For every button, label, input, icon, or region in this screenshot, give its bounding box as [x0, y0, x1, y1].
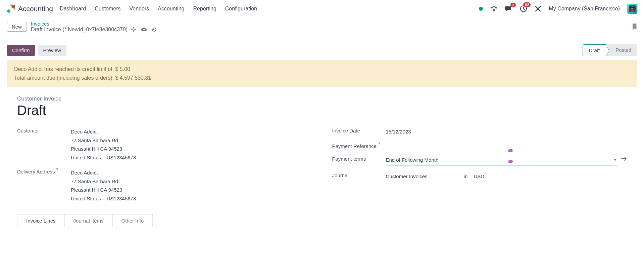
company-switcher[interactable]: My Company (San Francisco): [549, 6, 620, 12]
action-bar: Confirm Preview Draft Posted: [7, 44, 637, 56]
payment-terms-value: End of Following Month ▼: [386, 156, 617, 166]
field-customer: Customer Deco Addict 77 Santa Barbara Rd…: [17, 127, 312, 162]
nav-reporting[interactable]: Reporting: [193, 6, 216, 12]
new-button[interactable]: New: [7, 22, 27, 32]
payment-terms-text: End of Following Month: [386, 156, 610, 164]
svg-rect-10: [630, 7, 634, 8]
payment-ref-label: Payment Reference ?: [332, 143, 386, 149]
svg-point-4: [493, 10, 494, 10]
nav-dashboard[interactable]: Dashboard: [60, 6, 86, 12]
svg-point-12: [133, 29, 135, 31]
document-type: Customer Invoice: [17, 95, 627, 102]
delivery-street: 77 Santa Barbara Rd: [71, 177, 312, 186]
bookmark-icon[interactable]: [632, 23, 637, 31]
topnav-right: 2 62 My Company (San Francisco): [479, 4, 637, 14]
customer-city: Pleasant Hill CA 94523: [71, 145, 312, 153]
form-col-right: Invoice Date 15/12/2023 Payment Referenc…: [332, 127, 627, 209]
field-invoice-date: Invoice Date 15/12/2023: [332, 127, 627, 136]
customer-country: United States – US12345673: [71, 153, 312, 162]
tab-journal-items[interactable]: Journal Items: [64, 214, 113, 227]
nav-menu: Dashboard Customers Vendors Accounting R…: [60, 6, 257, 12]
delivery-label: Delivery Address ?: [17, 168, 71, 174]
tools-icon[interactable]: [535, 5, 541, 12]
content: Confirm Preview Draft Posted Deco Addict…: [0, 38, 644, 242]
help-icon[interactable]: ?: [56, 167, 58, 171]
customer-value[interactable]: Deco Addict 77 Santa Barbara Rd Pleasant…: [71, 127, 312, 162]
cursor-indicator: [508, 149, 513, 152]
payment-terms-label: Payment terms: [332, 156, 386, 162]
journal-label: Journal: [332, 172, 386, 178]
journal-currency[interactable]: USD: [474, 172, 484, 181]
app-title: Accounting: [18, 5, 53, 13]
nav-vendors[interactable]: Vendors: [130, 6, 149, 12]
gear-icon[interactable]: [131, 27, 136, 32]
svg-point-5: [494, 10, 495, 10]
help-icon[interactable]: ?: [378, 142, 380, 146]
nav-customers[interactable]: Customers: [95, 6, 120, 12]
messages-badge: 2: [510, 3, 516, 7]
invoice-date-label: Invoice Date: [332, 127, 386, 133]
delivery-country: United States – US12345673: [71, 194, 312, 203]
activities-badge: 62: [523, 2, 531, 7]
field-journal: Journal Customer Invoices in USD: [332, 172, 627, 181]
top-nav: Accounting Dashboard Customers Vendors A…: [0, 0, 644, 17]
external-link-icon[interactable]: [621, 156, 627, 161]
form-columns: Customer Deco Addict 77 Santa Barbara Rd…: [17, 127, 627, 209]
credit-limit-alert: Deco Addict has reached its credit limit…: [7, 60, 637, 87]
invoice-date-value[interactable]: 15/12/2023: [386, 127, 627, 136]
form-col-left: Customer Deco Addict 77 Santa Barbara Rd…: [17, 127, 312, 209]
breadcrumb-current-row: Draft Invoice (* NewId_0x7fe8e300c370): [31, 27, 157, 33]
user-avatar[interactable]: [627, 4, 637, 14]
status-posted[interactable]: Posted: [606, 44, 637, 56]
nav-accounting[interactable]: Accounting: [158, 6, 184, 12]
payment-terms-select[interactable]: End of Following Month ▼: [386, 156, 617, 166]
form-tabs: Invoice Lines Journal Items Other Info: [17, 214, 627, 227]
field-payment-terms: Payment terms End of Following Month ▼: [332, 156, 627, 166]
chevron-down-icon: ▼: [613, 157, 617, 163]
record-actions: [131, 27, 157, 32]
preview-button[interactable]: Preview: [38, 45, 66, 56]
svg-rect-11: [631, 10, 634, 12]
document-title: Draft: [17, 103, 627, 118]
journal-name[interactable]: Customer Invoices: [386, 172, 428, 181]
customer-label: Customer: [17, 127, 71, 133]
status-flow: Draft Posted: [583, 44, 637, 56]
tab-invoice-lines[interactable]: Invoice Lines: [17, 214, 65, 227]
breadcrumb-current: Draft Invoice (* NewId_0x7fe8e300c370): [31, 27, 128, 33]
messages-icon[interactable]: 2: [505, 5, 512, 12]
breadcrumb-parent[interactable]: Invoices: [31, 21, 157, 27]
nav-configuration[interactable]: Configuration: [225, 6, 257, 12]
breadcrumb: Invoices Draft Invoice (* NewId_0x7fe8e3…: [31, 21, 157, 33]
svg-point-6: [495, 10, 495, 10]
app-icon: [7, 4, 15, 13]
svg-point-1: [7, 9, 10, 13]
phone-icon[interactable]: [490, 5, 498, 12]
customer-name: Deco Addict: [71, 127, 312, 136]
confirm-button[interactable]: Confirm: [7, 45, 35, 56]
status-draft[interactable]: Draft: [583, 44, 606, 56]
journal-in: in: [464, 172, 468, 181]
delivery-value[interactable]: Deco Addict 77 Santa Barbara Rd Pleasant…: [71, 168, 312, 203]
delivery-city: Pleasant Hill CA 94523: [71, 186, 312, 194]
customer-street: 77 Santa Barbara Rd: [71, 136, 312, 145]
discard-icon[interactable]: [152, 27, 157, 32]
journal-value: Customer Invoices in USD: [386, 172, 627, 181]
form-sheet: Customer Invoice Draft Customer Deco Add…: [7, 87, 637, 236]
alert-line2: Total amount due (including sales orders…: [14, 74, 630, 82]
cloud-save-icon[interactable]: [141, 27, 147, 32]
field-payment-ref: Payment Reference ?: [332, 143, 627, 149]
tab-other-info[interactable]: Other Info: [112, 214, 153, 227]
alert-line1: Deco Addict has reached its credit limit…: [14, 65, 630, 74]
breadcrumb-bar: New Invoices Draft Invoice (* NewId_0x7f…: [0, 17, 644, 38]
delivery-name: Deco Addict: [71, 168, 312, 177]
svg-point-2: [12, 5, 15, 8]
presence-indicator[interactable]: [479, 7, 483, 11]
field-delivery: Delivery Address ? Deco Addict 77 Santa …: [17, 168, 312, 203]
activities-icon[interactable]: 62: [520, 5, 527, 12]
app-logo[interactable]: Accounting: [7, 4, 53, 13]
